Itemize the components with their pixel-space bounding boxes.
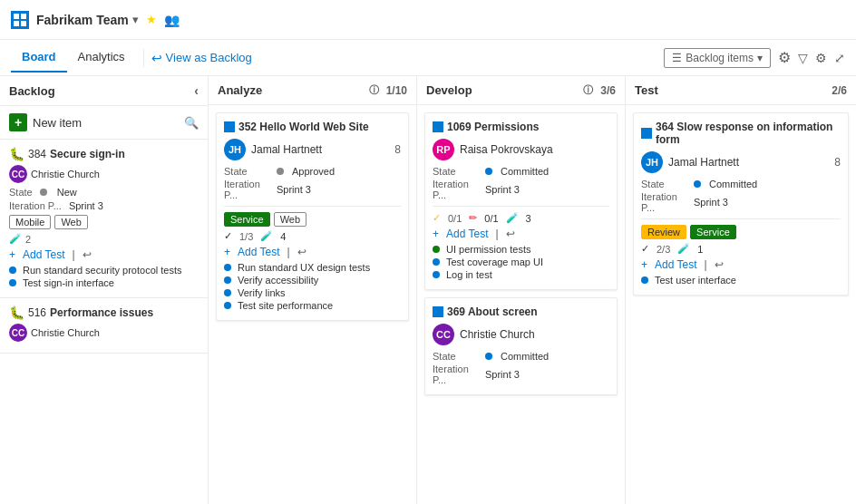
new-item-label: New item bbox=[33, 116, 82, 130]
kcard-tags: Service Web bbox=[224, 212, 401, 227]
test-col-name: Test bbox=[635, 83, 824, 97]
kcard-avatar: JH bbox=[224, 139, 246, 160]
kcard-iter-row: Iteration P... Sprint 3 bbox=[224, 179, 401, 200]
test-dot bbox=[224, 276, 231, 284]
kcard-test-list: Test user interface bbox=[641, 275, 841, 286]
check-icon: ✓ bbox=[224, 230, 232, 242]
flask2-icon: 🧪 bbox=[506, 212, 519, 224]
analyze-col-header: Analyze ⓘ 1/10 bbox=[209, 76, 416, 105]
check-icon: ✓ bbox=[433, 212, 441, 224]
tab-analytics[interactable]: Analytics bbox=[67, 43, 136, 73]
backlog-items-btn[interactable]: ☰ Backlog items ▾ bbox=[664, 48, 771, 68]
flask-icon: 🧪 bbox=[677, 243, 690, 255]
team-name: Fabrikam Team bbox=[36, 13, 129, 27]
develop-col-name: Develop bbox=[426, 83, 583, 97]
kcard-divider bbox=[433, 206, 609, 207]
develop-cards: 1069 Permissions RP Raisa Pokrovskaya St… bbox=[417, 105, 625, 504]
backlog-items-list: 🐛 384 Secure sign-in CC Christie Church … bbox=[0, 140, 208, 504]
kcard-avatar-row: CC Christie Church bbox=[433, 324, 609, 345]
test-dot bbox=[433, 258, 440, 266]
backlog-card-384: 🐛 384 Secure sign-in CC Christie Church … bbox=[0, 140, 208, 298]
test-dot bbox=[433, 271, 440, 278]
view-as-backlog-btn[interactable]: ↩ View as Backlog bbox=[151, 51, 252, 65]
board: Backlog ‹ + New item 🔍 🐛 384 Secure sign… bbox=[0, 76, 856, 504]
state-dot bbox=[694, 180, 701, 188]
kcard-avatar: CC bbox=[433, 324, 454, 345]
tag-service: Service bbox=[690, 225, 736, 239]
kcard-state-row: State Committed bbox=[641, 179, 841, 189]
test-cards: 364 Slow response on information form JH… bbox=[626, 105, 856, 504]
assignee-name: Christie Church bbox=[31, 327, 100, 338]
test-item: Run standard security protocol tests bbox=[9, 265, 199, 276]
kcard-header: 364 Slow response on information form bbox=[641, 121, 841, 146]
iteration-row: Iteration P... Sprint 3 bbox=[9, 200, 199, 211]
search-icon[interactable]: 🔍 bbox=[184, 116, 199, 130]
tab-board[interactable]: Board bbox=[11, 43, 67, 73]
add-test-label: Add Test bbox=[23, 248, 64, 261]
test-item: Test site performance bbox=[224, 300, 401, 311]
kanban-col-develop: Develop ⓘ 3/6 1069 Permissions RP Raisa … bbox=[417, 76, 626, 504]
backlog-col-title: Backlog bbox=[9, 84, 194, 98]
backlog-column: Backlog ‹ + New item 🔍 🐛 384 Secure sign… bbox=[0, 76, 209, 504]
add-test-icon: + bbox=[9, 248, 15, 261]
tag-web: Web bbox=[274, 212, 306, 227]
add-test-row[interactable]: + Add Test | ↩ bbox=[433, 228, 609, 240]
link-arrow-icon: ↩ bbox=[83, 248, 92, 261]
kcard-avatar-row: JH Jamal Hartnett 8 bbox=[224, 139, 401, 160]
analyze-cards: 352 Hello World Web Site JH Jamal Hartne… bbox=[209, 105, 416, 504]
kcard-state-row: State Approved bbox=[224, 166, 401, 177]
svg-rect-0 bbox=[14, 14, 19, 19]
check-icon: ✓ bbox=[641, 243, 649, 255]
filter-icon[interactable]: ▽ bbox=[798, 51, 808, 65]
add-test-row[interactable]: + Add Test | ↩ bbox=[9, 248, 199, 261]
analyze-count: 1/10 bbox=[386, 84, 407, 97]
collapse-icon[interactable]: ‹ bbox=[194, 83, 199, 98]
test-item: Test user interface bbox=[641, 275, 841, 286]
new-item-btn[interactable]: + New item 🔍 bbox=[0, 106, 208, 140]
kcard-state-row: State Committed bbox=[433, 166, 609, 177]
test-item: UI permission tests bbox=[433, 244, 609, 255]
header-icons: ▾ ★ 👥 bbox=[132, 13, 180, 27]
people-icon[interactable]: 👥 bbox=[164, 13, 180, 27]
backlog-icon: ↩ bbox=[151, 51, 162, 65]
state-dot bbox=[485, 353, 492, 360]
develop-count: 3/6 bbox=[600, 84, 616, 97]
nav-right: ☰ Backlog items ▾ ⚙ ▽ ⚙ ⤢ bbox=[664, 48, 845, 68]
card-type-icon bbox=[641, 128, 652, 139]
test-count: 2/6 bbox=[832, 84, 847, 97]
filter-settings-icon[interactable]: ⚙ bbox=[778, 49, 791, 66]
bug-icon: 🐛 bbox=[9, 305, 24, 320]
svg-rect-2 bbox=[14, 21, 19, 26]
test-dot bbox=[224, 302, 231, 309]
settings-icon[interactable]: ⚙ bbox=[815, 51, 827, 65]
test-dot bbox=[641, 276, 648, 284]
backlog-card-516: 🐛 516 Performance issues CC Christie Chu… bbox=[0, 298, 208, 354]
test-dot bbox=[9, 267, 16, 274]
assignee-name: Christie Church bbox=[31, 169, 100, 179]
kcard-avatar-row: JH Jamal Hartnett 8 bbox=[641, 151, 841, 173]
kcard-header: 352 Hello World Web Site bbox=[224, 121, 401, 133]
bug-icon: 🐛 bbox=[9, 147, 24, 161]
test-count: 🧪 2 bbox=[9, 233, 199, 245]
avatar: CC bbox=[9, 165, 27, 183]
fullscreen-icon[interactable]: ⤢ bbox=[834, 51, 845, 65]
kcard-num: 8 bbox=[394, 143, 401, 156]
state-row: State New bbox=[9, 187, 199, 198]
add-test-icon: + bbox=[433, 228, 439, 240]
add-test-row[interactable]: + Add Test | ↩ bbox=[224, 246, 401, 258]
kcard-state-row: State Committed bbox=[433, 351, 609, 362]
chevron-down-icon[interactable]: ▾ bbox=[132, 13, 139, 26]
flask-icon: 🧪 bbox=[260, 230, 273, 242]
analyze-col-name: Analyze bbox=[218, 83, 369, 97]
kcard-progress: ✓ 0/1 ✏ 0/1 🧪 3 bbox=[433, 212, 609, 224]
test-item: Test coverage map UI bbox=[433, 257, 609, 267]
tags: Mobile Web bbox=[9, 215, 199, 229]
add-test-label: Add Test bbox=[238, 246, 279, 258]
kcard-iter-row: Iteration P... Sprint 3 bbox=[433, 179, 609, 200]
nav-divider bbox=[143, 49, 144, 67]
kanban-area: Analyze ⓘ 1/10 352 Hello World Web Site … bbox=[209, 76, 856, 504]
card-type-icon bbox=[224, 121, 235, 132]
kcard-369: 369 About screen CC Christie Church Stat… bbox=[424, 297, 618, 395]
add-test-row[interactable]: + Add Test | ↩ bbox=[641, 258, 841, 271]
star-icon[interactable]: ★ bbox=[146, 13, 157, 26]
